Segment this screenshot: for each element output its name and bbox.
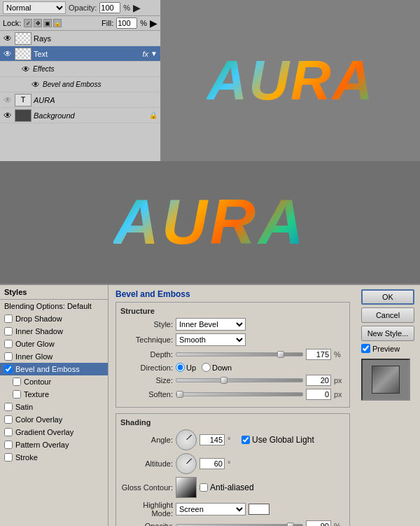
- style-select[interactable]: Inner Bevel: [176, 318, 246, 331]
- checkbox-texture[interactable]: [13, 390, 21, 399]
- opacity-label: Opacity:: [69, 4, 97, 12]
- style-item-drop-shadow[interactable]: Drop Shadow: [0, 312, 108, 325]
- preview-checkbox[interactable]: [361, 344, 370, 353]
- depth-label: Depth:: [120, 350, 173, 359]
- style-item-inner-glow[interactable]: Inner Glow: [0, 350, 108, 363]
- style-item-outer-glow[interactable]: Outer Glow: [0, 338, 108, 350]
- styles-panel-header: Styles: [0, 285, 108, 300]
- new-style-button[interactable]: New Style...: [361, 326, 414, 341]
- highlight-mode-select[interactable]: Screen: [176, 503, 246, 515]
- preview-thumbnail: [361, 359, 410, 401]
- soften-thumb[interactable]: [176, 391, 183, 398]
- layer-aura[interactable]: 👁 T AURA: [0, 92, 160, 108]
- highlight-color-swatch[interactable]: [248, 504, 270, 515]
- gloss-contour-label: Gloss Contour:: [120, 483, 173, 492]
- layer-thumb-background: [15, 109, 31, 122]
- direction-down-radio[interactable]: [202, 363, 211, 372]
- eye-icon-background[interactable]: 👁: [3, 111, 13, 120]
- eye-icon-text[interactable]: 👁: [3, 49, 13, 59]
- checkbox-gradient-overlay[interactable]: [4, 428, 13, 436]
- lock-icons: ✓ ✥ ▣ 🔒: [24, 19, 62, 27]
- style-item-gradient-overlay[interactable]: Gradient Overlay: [0, 426, 108, 438]
- angle-input[interactable]: [200, 434, 225, 445]
- checkbox-outer-glow[interactable]: [4, 340, 13, 348]
- style-blending-label: Blending Options: Default: [4, 302, 92, 310]
- layer-name-text: Text: [34, 50, 141, 58]
- style-row: Style: Inner Bevel: [120, 318, 345, 331]
- style-item-contour[interactable]: Contour: [0, 375, 108, 388]
- style-item-pattern-overlay[interactable]: Pattern Overlay: [0, 438, 108, 451]
- direction-up-radio[interactable]: [176, 363, 185, 372]
- style-item-color-overlay[interactable]: Color Overlay: [0, 413, 108, 426]
- style-item-bevel-emboss[interactable]: Bevel and Emboss: [0, 363, 108, 375]
- angle-dial[interactable]: [176, 429, 197, 450]
- checkbox-inner-shadow[interactable]: [4, 327, 13, 335]
- checkbox-stroke[interactable]: [4, 453, 13, 462]
- technique-select[interactable]: Smooth: [176, 333, 246, 346]
- layer-background[interactable]: 👁 Background 🔒: [0, 108, 160, 123]
- soften-slider[interactable]: [176, 392, 303, 396]
- checkbox-pattern-overlay[interactable]: [4, 441, 13, 449]
- cancel-button[interactable]: Cancel: [361, 307, 414, 323]
- lock-move-icon[interactable]: ✥: [34, 19, 42, 27]
- direction-up-label[interactable]: Up: [176, 363, 196, 372]
- opacity-input[interactable]: [99, 2, 120, 13]
- layer-bevel-emboss[interactable]: 👁 Bevel and Emboss: [0, 77, 160, 92]
- global-light-checkbox[interactable]: [241, 436, 250, 444]
- size-thumb[interactable]: [220, 377, 227, 384]
- size-input[interactable]: [306, 375, 331, 386]
- style-item-texture[interactable]: Texture: [0, 388, 108, 401]
- styles-panel: Styles Blending Options: Default Drop Sh…: [0, 285, 108, 526]
- style-item-stroke[interactable]: Stroke: [0, 451, 108, 464]
- depth-input[interactable]: [306, 349, 331, 360]
- layer-expand-icon[interactable]: ▼: [150, 50, 158, 57]
- direction-down-label[interactable]: Down: [202, 363, 232, 372]
- dialog-title: Bevel and Emboss: [115, 289, 350, 299]
- checkbox-bevel-emboss[interactable]: [4, 365, 13, 373]
- style-texture-label: Texture: [24, 390, 49, 399]
- style-item-inner-shadow[interactable]: Inner Shadow: [0, 325, 108, 338]
- canvas-text-top: AURA: [206, 48, 374, 113]
- lock-all-icon[interactable]: 🔒: [53, 19, 62, 27]
- checkbox-inner-glow[interactable]: [4, 352, 13, 361]
- anti-aliased-checkbox[interactable]: [200, 483, 208, 492]
- eye-icon-effects[interactable]: 👁: [21, 64, 31, 74]
- altitude-input[interactable]: [200, 458, 225, 469]
- soften-input[interactable]: [306, 389, 331, 400]
- style-color-overlay-label: Color Overlay: [15, 415, 62, 424]
- depth-slider[interactable]: [176, 352, 303, 357]
- depth-thumb[interactable]: [277, 351, 284, 358]
- size-slider[interactable]: [176, 378, 303, 382]
- style-gradient-overlay-label: Gradient Overlay: [15, 428, 74, 436]
- blend-mode-select[interactable]: Normal: [3, 1, 66, 14]
- layer-rays[interactable]: 👁 Rays: [0, 31, 160, 46]
- highlight-opacity-input[interactable]: [306, 520, 331, 526]
- highlight-opacity-thumb[interactable]: [287, 522, 294, 526]
- layer-name-bevel: Bevel and Emboss: [43, 81, 158, 88]
- fill-input[interactable]: [116, 18, 137, 29]
- fill-arrow[interactable]: ▶: [150, 18, 158, 29]
- lock-check-icon[interactable]: ✓: [24, 19, 32, 27]
- altitude-dial[interactable]: [176, 453, 197, 474]
- checkbox-color-overlay[interactable]: [4, 415, 13, 424]
- layer-effects[interactable]: 👁 Effects: [0, 62, 160, 77]
- style-bevel-emboss-label: Bevel and Emboss: [15, 365, 80, 373]
- ok-button[interactable]: OK: [361, 289, 414, 305]
- style-item-satin[interactable]: Satin: [0, 401, 108, 413]
- eye-icon-rays[interactable]: 👁: [3, 34, 13, 43]
- checkbox-drop-shadow[interactable]: [4, 314, 13, 323]
- shading-group: Shading Angle: ° Use Global Light Altitu…: [115, 413, 350, 526]
- eye-icon-bevel[interactable]: 👁: [31, 80, 41, 90]
- opacity-arrow[interactable]: ▶: [133, 2, 141, 13]
- checkbox-contour[interactable]: [13, 378, 21, 386]
- layer-name-aura: AURA: [34, 96, 158, 104]
- layer-text[interactable]: 👁 Text fx ▼: [0, 46, 160, 62]
- fill-label: Fill:: [102, 19, 113, 27]
- global-light-row: Use Global Light: [241, 435, 314, 445]
- gloss-contour-preview[interactable]: [176, 477, 197, 498]
- checkbox-satin[interactable]: [4, 403, 13, 411]
- style-item-blending[interactable]: Blending Options: Default: [0, 300, 108, 312]
- canvas-preview-top: AURA: [161, 0, 420, 161]
- lock-paint-icon[interactable]: ▣: [43, 19, 52, 27]
- depth-unit: %: [334, 350, 345, 359]
